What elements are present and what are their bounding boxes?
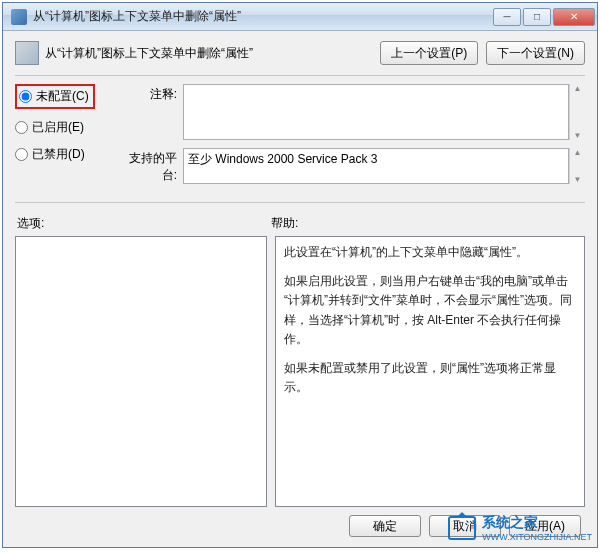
comment-textarea[interactable] [183,84,569,140]
ok-button[interactable]: 确定 [349,515,421,537]
platform-scrollbar[interactable]: ▲▼ [569,148,585,184]
radio-disabled[interactable] [15,148,28,161]
help-paragraph: 如果启用此设置，则当用户右键单击“我的电脑”或单击“计算机”并转到“文件”菜单时… [284,272,576,349]
radio-enabled-label: 已启用(E) [32,119,84,136]
help-paragraph: 此设置在“计算机”的上下文菜单中隐藏“属性”。 [284,243,576,262]
apply-button[interactable]: 应用(A) [509,515,581,537]
maximize-button[interactable]: □ [523,8,551,26]
help-label: 帮助: [271,215,298,232]
next-setting-button[interactable]: 下一个设置(N) [486,41,585,65]
divider-2 [15,202,585,203]
titlebar: 从“计算机”图标上下文菜单中删除“属性” ─ □ ✕ [3,3,597,31]
radio-not-configured[interactable] [19,90,32,103]
minimize-button[interactable]: ─ [493,8,521,26]
previous-setting-button[interactable]: 上一个设置(P) [380,41,478,65]
options-label: 选项: [15,215,271,232]
radio-enabled[interactable] [15,121,28,134]
help-panel: 此设置在“计算机”的上下文菜单中隐藏“属性”。 如果启用此设置，则当用户右键单击… [275,236,585,507]
highlight-box: 未配置(C) [15,84,95,109]
supported-platform-value: 至少 Windows 2000 Service Pack 3 [183,148,569,184]
window-title: 从“计算机”图标上下文菜单中删除“属性” [33,8,493,25]
cancel-button[interactable]: 取消 [429,515,501,537]
comment-label: 注释: [123,84,183,140]
comment-scrollbar[interactable]: ▲▼ [569,84,585,140]
app-icon [11,9,27,25]
radio-disabled-label: 已禁用(D) [32,146,85,163]
window-controls: ─ □ ✕ [493,8,595,26]
close-button[interactable]: ✕ [553,8,595,26]
policy-icon [15,41,39,65]
radio-not-configured-label: 未配置(C) [36,88,89,105]
platform-label: 支持的平台: [123,148,183,184]
help-paragraph: 如果未配置或禁用了此设置，则“属性”选项将正常显示。 [284,359,576,397]
policy-title: 从“计算机”图标上下文菜单中删除“属性” [45,41,380,62]
divider [15,75,585,76]
state-radio-group: 未配置(C) 已启用(E) 已禁用(D) [15,84,103,192]
options-panel [15,236,267,507]
